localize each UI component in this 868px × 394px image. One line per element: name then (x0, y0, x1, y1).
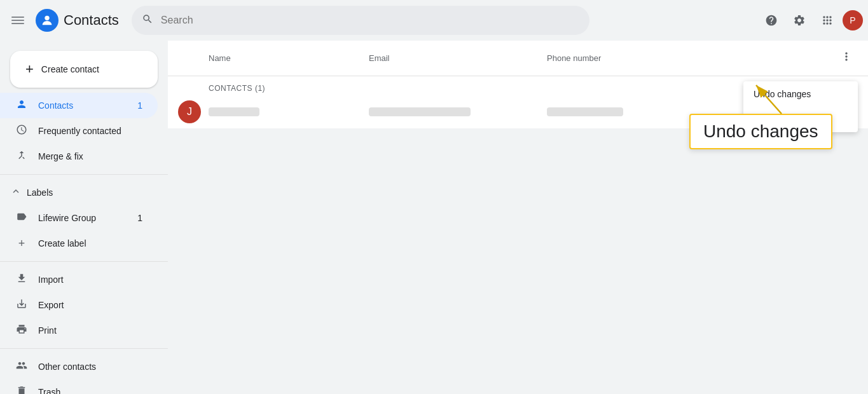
print-label: Print (38, 325, 142, 336)
search-icon (142, 13, 153, 28)
sidebar-item-lifewire-group[interactable]: Lifewire Group 1 (0, 205, 158, 231)
svg-line-5 (756, 85, 782, 114)
sidebar-item-contacts[interactable]: Contacts 1 (0, 93, 158, 118)
divider-3 (0, 348, 168, 349)
lifewire-group-label: Lifewire Group (38, 213, 127, 223)
other-contacts-label: Other contacts (38, 362, 142, 372)
callout-label: Undo changes (703, 121, 818, 141)
sidebar-item-import[interactable]: Import (0, 267, 158, 292)
contact-phone-cell (547, 107, 699, 116)
sidebar-item-print[interactable]: Print (0, 318, 158, 343)
menu-button[interactable] (5, 8, 31, 33)
contacts-icon (15, 98, 28, 113)
lifewire-group-badge: 1 (137, 213, 142, 223)
create-contact-label: Create contact (41, 64, 99, 74)
create-contact-button[interactable]: + Create contact (10, 51, 158, 88)
trash-label: Trash (38, 387, 142, 394)
contacts-badge: 1 (137, 100, 142, 111)
callout: Undo changes (689, 114, 832, 149)
more-options-button[interactable] (835, 45, 858, 71)
sidebar-item-export[interactable]: Export (0, 292, 158, 318)
table-actions (699, 45, 858, 71)
help-button[interactable] (759, 8, 784, 33)
divider-1 (0, 174, 168, 175)
svg-rect-1 (11, 20, 24, 21)
settings-button[interactable] (787, 8, 812, 33)
search-input[interactable] (161, 15, 579, 26)
app-title: Contacts (64, 12, 119, 29)
user-avatar[interactable]: P (843, 10, 863, 31)
sidebar-item-other-contacts[interactable]: Other contacts (0, 354, 158, 379)
contact-avatar: J (178, 100, 201, 123)
labels-header-label: Labels (27, 187, 53, 198)
clock-icon (15, 124, 28, 139)
contacts-label: Contacts (38, 100, 127, 111)
trash-icon (15, 385, 28, 395)
divider-2 (0, 261, 168, 262)
sidebar-item-trash[interactable]: Trash (0, 379, 158, 394)
import-icon (15, 273, 28, 287)
add-icon: + (25, 61, 34, 78)
export-label: Export (38, 300, 142, 310)
other-contacts-icon (15, 360, 28, 374)
col-phone: Phone number (547, 53, 699, 63)
export-icon (15, 298, 28, 313)
col-email: Email (369, 53, 547, 63)
contact-name-cell (209, 107, 369, 116)
expand-icon (10, 186, 22, 200)
create-label-label: Create label (38, 238, 142, 248)
sidebar-item-merge-fix[interactable]: Merge & fix (0, 144, 158, 169)
contact-email-placeholder (369, 107, 471, 116)
main-layout: + Create contact Contacts 1 Frequently c… (0, 41, 868, 394)
svg-rect-2 (11, 23, 24, 24)
merge-icon (15, 149, 28, 164)
col-name: Name (178, 53, 369, 63)
label-icon (15, 211, 28, 226)
topbar-right: P (759, 8, 863, 33)
logo-icon (36, 9, 59, 32)
search-container (132, 6, 589, 35)
merge-fix-label: Merge & fix (38, 151, 142, 161)
topbar: Contacts P (0, 0, 868, 41)
print-icon (15, 323, 28, 338)
contact-email-cell (369, 107, 547, 116)
contact-name-placeholder (209, 107, 259, 116)
contact-phone-placeholder (547, 107, 623, 116)
svg-rect-0 (11, 17, 24, 18)
sidebar-item-frequently-contacted[interactable]: Frequently contacted (0, 118, 158, 144)
sidebar: + Create contact Contacts 1 Frequently c… (0, 41, 168, 394)
import-label: Import (38, 275, 142, 285)
search-box (132, 6, 589, 35)
svg-point-3 (45, 16, 49, 20)
content-area: Name Email Phone number CONTACTS (1) J (168, 41, 868, 394)
sidebar-item-create-label[interactable]: + Create label (0, 231, 158, 256)
table-header: Name Email Phone number (168, 41, 868, 76)
apps-button[interactable] (815, 8, 840, 33)
callout-arrow-svg (731, 79, 807, 117)
callout-box: Undo changes (689, 114, 832, 149)
frequently-contacted-label: Frequently contacted (38, 126, 142, 136)
labels-section-header[interactable]: Labels (0, 180, 168, 205)
add-label-icon: + (15, 237, 28, 250)
app-logo: Contacts (36, 9, 119, 32)
